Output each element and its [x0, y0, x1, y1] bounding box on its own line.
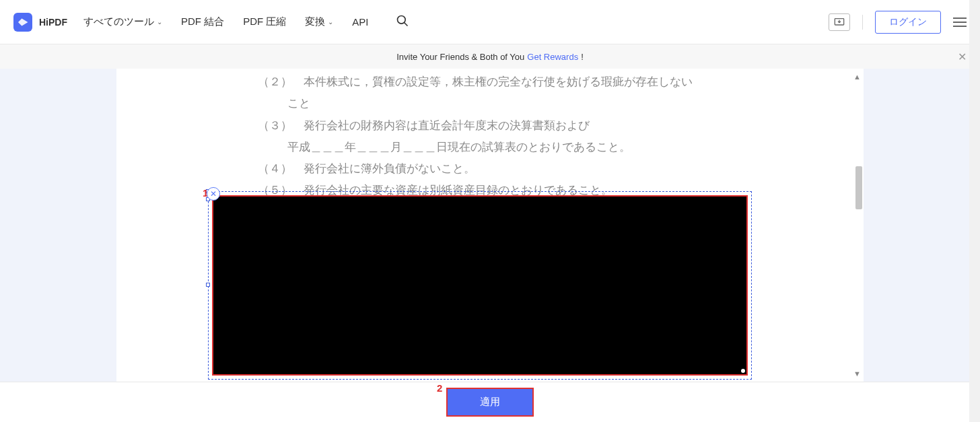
- download-desktop-button[interactable]: [829, 13, 850, 31]
- app-header: HiPDF すべてのツール⌄ PDF 結合 PDF 圧縮 変換⌄ API ログイ…: [0, 0, 980, 44]
- apply-wrap: 2 適用: [446, 388, 534, 417]
- scroll-up-icon[interactable]: ▲: [853, 73, 861, 81]
- scrollbar-thumb[interactable]: [855, 166, 862, 209]
- doc-line: 平成＿＿＿年＿＿＿月＿＿＿日現在の試算表のとおりであること。: [258, 137, 722, 158]
- promo-banner: Invite Your Friends & Both of You Get Re…: [0, 44, 980, 69]
- logo-icon[interactable]: [13, 13, 32, 32]
- main-nav: すべてのツール⌄ PDF 結合 PDF 圧縮 変換⌄ API: [83, 14, 409, 30]
- header-right: ログイン: [829, 11, 967, 34]
- nav-all-tools[interactable]: すべてのツール⌄: [83, 15, 162, 28]
- resize-handle[interactable]: [206, 283, 210, 287]
- page-scrollbar[interactable]: [969, 0, 980, 422]
- redaction-box[interactable]: [212, 195, 748, 376]
- nav-convert-label: 変換: [305, 15, 325, 28]
- nav-convert[interactable]: 変換⌄: [305, 15, 333, 28]
- resize-handle[interactable]: [741, 369, 745, 373]
- scroll-down-icon[interactable]: ▼: [853, 370, 861, 378]
- chevron-down-icon: ⌄: [157, 18, 162, 26]
- menu-icon[interactable]: [953, 15, 967, 30]
- banner-suffix: !: [581, 52, 584, 62]
- document-viewer[interactable]: （２） 本件株式に，質権の設定等，株主権の完全な行使を妨げる瑕疵が存在しない こ…: [116, 69, 864, 382]
- workspace: （２） 本件株式に，質権の設定等，株主権の完全な行使を妨げる瑕疵が存在しない こ…: [0, 69, 980, 382]
- footer-bar: 2 適用: [0, 382, 980, 422]
- login-button[interactable]: ログイン: [875, 11, 941, 34]
- search-icon[interactable]: [396, 14, 409, 30]
- banner-prefix: Invite Your Friends & Both of You: [396, 52, 524, 62]
- brand-name[interactable]: HiPDF: [39, 17, 67, 28]
- doc-line: （３） 発行会社の財務内容は直近会計年度末の決算書類および: [258, 115, 722, 137]
- chevron-down-icon: ⌄: [328, 18, 333, 26]
- close-icon[interactable]: ✕: [958, 50, 967, 63]
- doc-line: こと: [258, 93, 722, 114]
- nav-all-tools-label: すべてのツール: [83, 15, 154, 28]
- delete-selection-button[interactable]: ✕: [207, 187, 220, 201]
- nav-api[interactable]: API: [352, 16, 368, 28]
- doc-line: （２） 本件株式に，質権の設定等，株主権の完全な行使を妨げる瑕疵が存在しない: [258, 71, 722, 93]
- annotation-marker-2: 2: [437, 382, 442, 394]
- nav-merge[interactable]: PDF 結合: [181, 15, 224, 28]
- document-content: （２） 本件株式に，質権の設定等，株主権の完全な行使を妨げる瑕疵が存在しない こ…: [116, 69, 864, 202]
- doc-line: （４） 発行会社に簿外負債がないこと。: [258, 158, 722, 180]
- header-divider: [862, 15, 863, 30]
- banner-link[interactable]: Get Rewards: [527, 52, 578, 62]
- nav-compress[interactable]: PDF 圧縮: [243, 15, 286, 28]
- svg-point-0: [397, 15, 405, 24]
- svg-line-1: [404, 22, 407, 26]
- apply-button[interactable]: 適用: [446, 388, 534, 417]
